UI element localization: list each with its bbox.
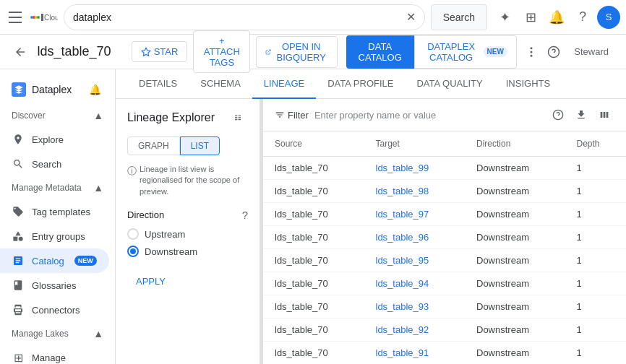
sidebar-item-manage[interactable]: ⊞ Manage	[0, 345, 109, 364]
connectors-label: Connectors	[32, 305, 80, 316]
direction-help-icon[interactable]: ?	[242, 209, 248, 221]
avatar[interactable]: S	[597, 6, 620, 29]
downstream-option[interactable]: Downstream	[127, 246, 248, 257]
more-options-button[interactable]	[523, 40, 540, 64]
target-cell[interactable]: lds_table_91	[364, 342, 466, 365]
discover-chevron: ▲	[93, 110, 103, 121]
manage-lakes-section[interactable]: Manage Lakes ▲	[0, 322, 115, 345]
dataplex-catalog-button[interactable]: DATAPLEX CATALOG NEW	[414, 35, 517, 69]
lineage-info: ⓘ Lineage in list view is regionalised f…	[127, 164, 248, 197]
downstream-radio[interactable]	[127, 246, 139, 257]
tab-details[interactable]: DETAILS	[127, 69, 189, 99]
target-cell[interactable]: lds_table_92	[364, 318, 466, 342]
bell-icon[interactable]: 🔔	[545, 6, 568, 29]
upstream-label: Upstream	[145, 229, 185, 240]
entry-groups-icon	[12, 230, 25, 243]
manage-label: Manage	[32, 352, 66, 363]
manage-lakes-label: Manage Lakes	[12, 329, 69, 339]
direction-cell: Downstream	[465, 180, 565, 203]
steward-button[interactable]: Steward	[568, 40, 614, 64]
target-link[interactable]: lds_table_96	[376, 232, 429, 243]
filter-input[interactable]	[314, 110, 542, 121]
target-link[interactable]: lds_table_95	[376, 255, 429, 266]
tab-schema[interactable]: SCHEMA	[189, 69, 252, 99]
table-header-row: Source Target Direction Depth	[263, 131, 626, 157]
page-title-area: lds_table_70	[38, 44, 111, 59]
notifications-icon[interactable]: 🔔	[86, 81, 103, 98]
explore-icon	[12, 133, 25, 146]
collapse-button[interactable]	[228, 108, 248, 128]
target-link[interactable]: lds_table_94	[376, 278, 429, 289]
discover-section[interactable]: Discover ▲	[0, 104, 115, 127]
search-input[interactable]	[73, 12, 400, 23]
tab-data-quality[interactable]: DATA QUALITY	[405, 69, 494, 99]
sidebar-item-connectors[interactable]: Connectors	[0, 298, 109, 322]
target-link[interactable]: lds_table_92	[376, 324, 429, 335]
graph-toggle-button[interactable]: GRAPH	[127, 136, 180, 155]
target-cell[interactable]: lds_table_98	[364, 180, 466, 203]
sidebar-item-tag-templates[interactable]: Tag templates	[0, 199, 109, 224]
catalog-icon	[12, 254, 25, 267]
sidebar-item-catalog[interactable]: Catalog NEW	[0, 248, 109, 273]
tab-insights[interactable]: INSIGHTS	[494, 69, 562, 99]
col-depth: Depth	[565, 131, 626, 157]
search-button[interactable]: Search	[431, 4, 487, 30]
tab-data-profile[interactable]: DATA PROFILE	[316, 69, 405, 99]
filter-text: Filter	[288, 110, 309, 121]
star-button[interactable]: STAR	[132, 41, 188, 62]
dataplex-brand-icon	[12, 82, 26, 97]
filter-download-icon[interactable]	[571, 105, 591, 125]
target-link[interactable]: lds_table_97	[376, 209, 429, 220]
upstream-option[interactable]: Upstream	[127, 228, 248, 240]
filter-columns-icon[interactable]	[594, 105, 614, 125]
svg-point-8	[530, 51, 532, 53]
apply-button[interactable]: APPLY	[127, 272, 174, 291]
filter-icons	[548, 105, 614, 125]
svg-rect-4	[41, 14, 43, 21]
target-link[interactable]: lds_table_98	[376, 186, 429, 196]
table-row: lds_table_70 lds_table_98 Downstream 1	[263, 180, 626, 203]
apps-icon[interactable]: ⊞	[519, 6, 542, 29]
nav-actions: STAR + ATTACH TAGS OPEN IN BIGQUERY	[132, 30, 338, 73]
target-link[interactable]: lds_table_91	[376, 347, 429, 358]
manage-metadata-label: Manage Metadata	[12, 183, 82, 193]
open-in-bigquery-button[interactable]: OPEN IN BIGQUERY	[256, 36, 337, 68]
target-cell[interactable]: lds_table_97	[364, 203, 466, 226]
depth-cell: 1	[565, 180, 626, 203]
upstream-radio[interactable]	[127, 228, 139, 240]
manage-lakes-chevron: ▲	[93, 328, 103, 339]
sidebar-item-glossaries[interactable]: Glossaries	[0, 273, 109, 298]
page-title: lds_table_70	[38, 44, 111, 59]
target-cell[interactable]: lds_table_96	[364, 226, 466, 249]
help-circle-button[interactable]	[546, 40, 563, 64]
target-cell[interactable]: lds_table_93	[364, 295, 466, 318]
target-cell[interactable]: lds_table_95	[364, 249, 466, 272]
sidebar-item-entry-groups[interactable]: Entry groups	[0, 224, 109, 248]
target-link[interactable]: lds_table_93	[376, 301, 429, 312]
star-icon[interactable]: ✦	[493, 6, 516, 29]
table-row: lds_table_70 lds_table_96 Downstream 1	[263, 226, 626, 249]
manage-metadata-section[interactable]: Manage Metadata ▲	[0, 176, 115, 199]
hamburger-menu[interactable]	[6, 9, 23, 26]
col-target: Target	[364, 131, 466, 157]
sidebar-item-search[interactable]: Search	[0, 152, 109, 176]
star-label: STAR	[154, 46, 179, 57]
target-link[interactable]: lds_table_99	[376, 162, 429, 173]
list-toggle-button[interactable]: LIST	[180, 136, 220, 155]
help-icon[interactable]: ?	[571, 6, 594, 29]
search-clear-icon[interactable]: ✕	[406, 10, 416, 24]
target-cell[interactable]: lds_table_94	[364, 272, 466, 295]
target-cell[interactable]: lds_table_99	[364, 157, 466, 180]
top-nav: Cloud ✕ Search ✦ ⊞ 🔔 ? S	[0, 0, 626, 35]
sidebar-item-explore[interactable]: Explore	[0, 127, 109, 152]
source-cell: lds_table_70	[263, 318, 364, 342]
data-catalog-button[interactable]: DATA CATALOG	[346, 35, 414, 69]
svg-text:Cloud: Cloud	[44, 13, 58, 21]
tag-templates-label: Tag templates	[32, 207, 90, 217]
attach-tags-button[interactable]: + ATTACH TAGS	[193, 30, 250, 73]
tab-lineage[interactable]: LINEAGE	[252, 69, 316, 99]
filter-help-icon[interactable]	[548, 105, 568, 125]
info-icon: ⓘ	[127, 165, 137, 178]
back-button[interactable]	[12, 40, 29, 64]
attach-tags-label: + ATTACH TAGS	[202, 35, 241, 68]
